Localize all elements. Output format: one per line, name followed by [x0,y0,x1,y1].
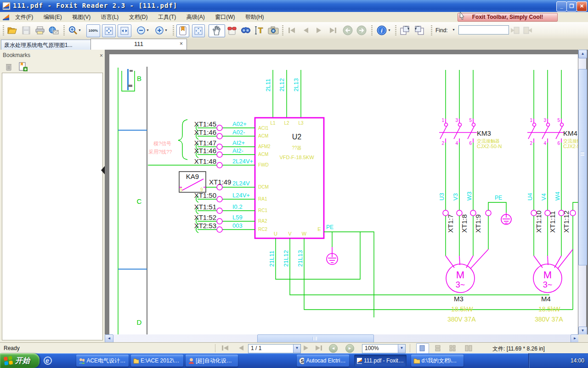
hand-tool-button[interactable] [209,24,225,37]
u2-pin: L2 [284,121,289,126]
actual-size-button[interactable]: 100% [86,24,100,37]
menu-tools[interactable]: 工具(T) [154,12,180,22]
contactor-type: 交流接触器 [477,138,500,144]
prev-page-button[interactable] [300,24,311,36]
menu-language[interactable]: 语言(L) [97,12,123,22]
find-next-button[interactable] [522,24,534,36]
fit-visible-button[interactable] [192,24,205,37]
go-forward-button[interactable] [356,24,368,36]
add-bookmark-icon[interactable] [18,62,28,71]
pe-label: PE [326,224,334,230]
start-button[interactable]: 开始 [0,353,40,368]
save-button[interactable] [20,24,32,36]
prev-page-icon[interactable] [238,345,244,351]
taskbar-item-explorer-docs[interactable]: d:\我的文档\桌面\... [411,355,464,367]
taskbar-item-explorer-ace[interactable]: E:\ACE 2012\ACE\A... [131,355,183,367]
properties-dropdown[interactable]: ▼ [388,29,391,32]
zoom-out-dropdown[interactable]: ▼ [146,29,149,32]
minimize-button[interactable]: _ [556,1,567,12]
zoom-in-dropdown[interactable]: ▼ [164,29,168,32]
single-page-icon[interactable] [419,345,425,351]
u2-pin: V [288,231,292,236]
wire-label: AI2+ [232,139,245,146]
bookmarks-close-icon[interactable]: × [100,52,103,59]
scrollbar-corner [578,334,588,342]
open-button[interactable] [6,24,18,36]
page-number-combo[interactable]: 1 / 1 ▼ [248,344,301,353]
menu-edit[interactable]: 编辑(E) [40,12,66,22]
menu-view[interactable]: 视图(V) [68,12,95,22]
loupe-tool-button[interactable] [226,24,238,36]
restore-button[interactable]: ❐ [566,1,577,12]
zoom-tool-button[interactable] [67,24,79,36]
title-bar: 111.pdf - Foxit Reader 2.3 - [111.pdf] _… [0,0,588,12]
taskbar-item-qq-chat[interactable]: [超]自动化设备设... [186,355,238,367]
chevron-down-icon[interactable]: ▼ [398,345,405,353]
fit-width-button[interactable] [118,24,131,37]
taskbar-item-autocad[interactable]: S Autocad Elctrical 20... [297,355,349,367]
next-page-icon[interactable] [303,345,309,351]
tab-close-icon[interactable]: × [180,40,183,47]
foxit-toolbar-promo[interactable]: Foxit Toolbar, Simply Cool! [458,13,558,22]
pdf-page[interactable]: B C D 2L11 2L12 2L13 L1 L2 L3 U2 ??器 [109,54,578,334]
horizontal-scrollbar[interactable]: ◄ ► [105,334,578,342]
menu-window[interactable]: 窗口(W) [211,12,239,22]
menu-help[interactable]: 帮助(H) [241,12,268,22]
rotate-ccw-button[interactable] [413,24,425,36]
first-page-button[interactable] [286,24,298,36]
taskbar-item-qq-group[interactable]: ACE电气设计联盟 [76,355,129,367]
zoom-out-button[interactable] [135,24,147,36]
go-back-button[interactable] [342,24,354,36]
rotate-cw-button[interactable] [399,24,411,36]
panel-collapse-icon[interactable] [101,166,105,174]
snapshot-button[interactable] [267,24,279,36]
last-page-button[interactable] [327,24,339,36]
zoom-in-button[interactable] [153,24,165,36]
vertical-scrollbar[interactable]: ▲ ▼ [578,50,586,342]
find-previous-button[interactable] [509,24,521,36]
first-page-icon[interactable] [221,345,229,351]
pole-number: 6 [557,141,560,146]
menu-document[interactable]: 文档(D) [125,12,152,22]
bookmarks-panel-button[interactable] [176,24,189,37]
view-forward-icon[interactable]: ► [345,344,354,353]
chevron-down-icon[interactable]: ▼ [293,345,300,353]
u2-pin: FWD [258,162,269,167]
pe-label: PE [495,195,502,201]
scroll-up-icon[interactable]: ▲ [578,50,587,58]
zoom-combo[interactable]: 100% ▼ [362,344,406,353]
find-dropdown[interactable]: ▼ [452,28,455,31]
email-button[interactable] [48,24,60,36]
two-page-icon[interactable] [465,345,472,351]
last-page-icon[interactable] [315,345,322,351]
motor-name: M4 [541,295,551,303]
search-button[interactable] [240,24,252,36]
view-back-icon[interactable]: ◄ [329,344,338,353]
vertical-scroll-thumb[interactable] [578,69,587,265]
menu-advanced[interactable]: 高级(A) [182,12,209,22]
next-page-button[interactable] [313,24,325,36]
bookmarks-list[interactable] [2,73,103,340]
delete-bookmark-icon[interactable] [5,63,13,71]
pole-number: 2 [441,141,444,146]
properties-button[interactable]: i [376,24,388,36]
find-input[interactable] [458,25,509,34]
ie-quicklaunch-icon[interactable]: e [44,356,52,365]
wire-label: L24V+ [232,192,250,199]
folder-icon [133,358,139,364]
continuous-page-icon[interactable] [435,345,441,351]
close-button[interactable]: ✕ [577,1,587,12]
taskbar-item-foxit[interactable]: 111.pdf - Foxit Rea... [354,355,407,367]
select-text-button[interactable]: T [254,24,266,36]
terminal-label: XT1:8 [460,214,468,233]
zoom-tool-dropdown[interactable]: ▼ [78,29,81,32]
motor-name: M3 [454,295,464,303]
print-button[interactable] [34,24,46,36]
annotation-text: 模?信号 [153,141,171,146]
fit-page-button[interactable] [102,24,116,37]
facing-page-icon[interactable] [449,345,456,351]
tab-111[interactable]: 111 × [90,39,187,51]
terminal-label: XT2:53 [194,222,216,230]
actual-size-label: 100% [89,29,98,33]
menu-file[interactable]: 文件(F) [11,12,37,22]
